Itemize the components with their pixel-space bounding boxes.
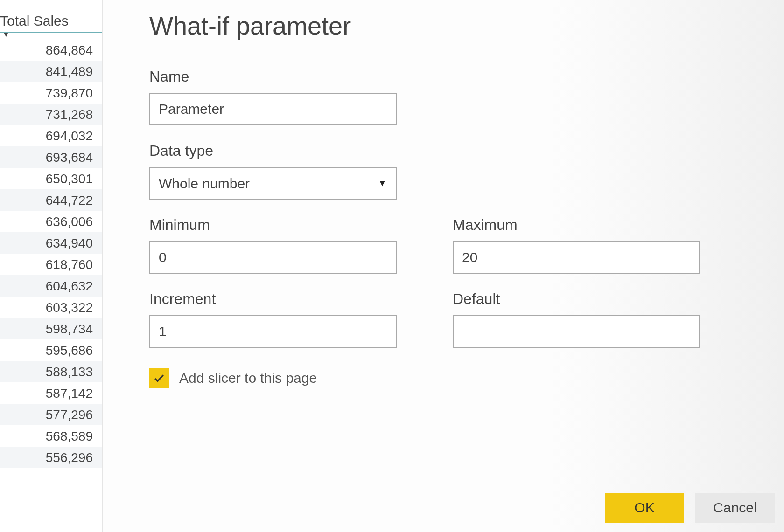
cancel-button[interactable]: Cancel xyxy=(695,493,775,523)
table-row[interactable]: 618,760 xyxy=(0,254,102,275)
check-icon xyxy=(153,372,165,384)
label-default: Default xyxy=(453,290,700,308)
table-row[interactable]: 644,722 xyxy=(0,189,102,211)
table-row[interactable]: 634,940 xyxy=(0,232,102,254)
table-row[interactable]: 604,632 xyxy=(0,275,102,297)
minimum-input[interactable] xyxy=(149,241,397,274)
table-row[interactable]: 650,301 xyxy=(0,168,102,189)
table-row[interactable]: 587,142 xyxy=(0,382,102,404)
add-slicer-label: Add slicer to this page xyxy=(179,370,317,386)
ok-button[interactable]: OK xyxy=(605,493,684,523)
data-type-select[interactable]: Whole number xyxy=(149,167,397,200)
label-maximum: Maximum xyxy=(453,216,700,234)
column-header-label: Total Sales xyxy=(0,13,69,28)
default-input[interactable] xyxy=(453,315,700,348)
what-if-parameter-dialog: What-if parameter Name Data type Whole n… xyxy=(103,0,784,532)
table-row[interactable]: 739,870 xyxy=(0,82,102,104)
table-row[interactable]: 556,296 xyxy=(0,447,102,468)
column-header-total-sales[interactable]: Total Sales ▼ xyxy=(0,13,102,33)
table-row[interactable]: 577,296 xyxy=(0,404,102,425)
table-row[interactable]: 588,133 xyxy=(0,361,102,382)
field-name: Name xyxy=(149,68,397,125)
name-input[interactable] xyxy=(149,93,397,125)
sort-desc-icon: ▼ xyxy=(3,31,9,38)
table-row[interactable]: 598,734 xyxy=(0,318,102,339)
dialog-footer: OK Cancel xyxy=(605,493,775,523)
table-row[interactable]: 864,864 xyxy=(0,39,102,61)
label-data-type: Data type xyxy=(149,142,397,159)
field-default: Default xyxy=(453,290,700,348)
label-name: Name xyxy=(149,68,397,85)
table-row[interactable]: 841,489 xyxy=(0,61,102,82)
table-row[interactable]: 731,268 xyxy=(0,104,102,125)
table-row[interactable]: 694,032 xyxy=(0,125,102,146)
dialog-title: What-if parameter xyxy=(149,11,756,40)
increment-input[interactable] xyxy=(149,315,397,348)
field-maximum: Maximum xyxy=(453,216,700,274)
maximum-input[interactable] xyxy=(453,241,700,274)
add-slicer-checkbox[interactable] xyxy=(149,368,169,388)
field-increment: Increment xyxy=(149,290,397,348)
field-data-type: Data type Whole number ▼ xyxy=(149,142,397,200)
add-slicer-row: Add slicer to this page xyxy=(149,368,700,388)
label-increment: Increment xyxy=(149,290,397,308)
total-sales-values: 864,864841,489739,870731,268694,032693,6… xyxy=(0,39,102,468)
field-minimum: Minimum xyxy=(149,216,397,274)
table-row[interactable]: 636,006 xyxy=(0,211,102,232)
table-row[interactable]: 568,589 xyxy=(0,425,102,447)
total-sales-column: Total Sales ▼ 864,864841,489739,870731,2… xyxy=(0,0,103,532)
label-minimum: Minimum xyxy=(149,216,397,234)
table-row[interactable]: 603,322 xyxy=(0,297,102,318)
table-row[interactable]: 693,684 xyxy=(0,146,102,168)
table-row[interactable]: 595,686 xyxy=(0,339,102,361)
